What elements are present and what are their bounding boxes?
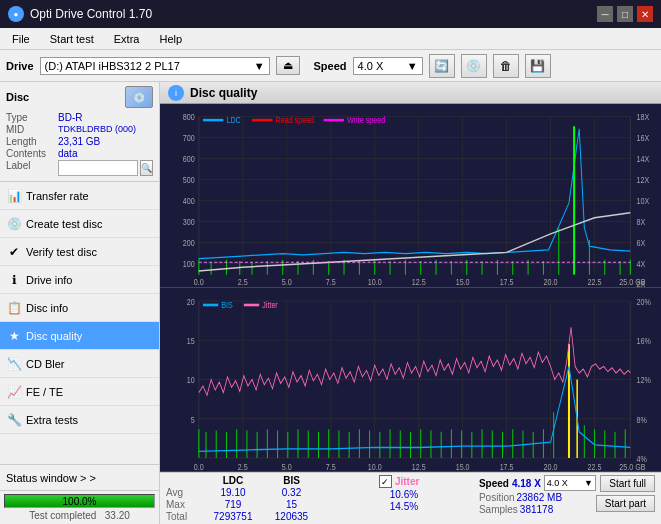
stats-max-row: Max 719 15 xyxy=(166,499,379,510)
sidebar-item-extra-tests[interactable]: 🔧 Extra tests xyxy=(0,406,159,434)
titlebar: ● Opti Drive Control 1.70 ─ □ ✕ xyxy=(0,0,661,28)
svg-text:5.0: 5.0 xyxy=(282,462,292,471)
disc-type-row: Type BD-R xyxy=(6,112,153,123)
disc-quality-icon: ★ xyxy=(6,328,22,344)
svg-text:14X: 14X xyxy=(636,154,649,164)
svg-text:12.5: 12.5 xyxy=(412,462,426,471)
col-header-bis: BIS xyxy=(264,475,319,486)
disc-quality-header-icon: i xyxy=(168,85,184,101)
jitter-checkbox[interactable]: ✓ xyxy=(379,475,392,488)
disc-info-panel: Disc 💿 Type BD-R MID TDKBLDRBD (000) Len… xyxy=(0,82,159,182)
disc-label-input[interactable] xyxy=(58,160,138,176)
sidebar-item-disc-quality[interactable]: ★ Disc quality xyxy=(0,322,159,350)
svg-text:800: 800 xyxy=(183,112,195,122)
drive-toolbar: Drive (D:) ATAPI iHBS312 2 PL17 ▼ ⏏ Spee… xyxy=(0,50,661,82)
menu-extra[interactable]: Extra xyxy=(110,32,144,46)
transfer-rate-icon: 📊 xyxy=(6,188,22,204)
avg-speed: 4.18 X xyxy=(512,478,541,489)
speed-select[interactable]: 4.0 X ▼ xyxy=(353,57,423,75)
app-title: Opti Drive Control 1.70 xyxy=(30,7,152,21)
length-value: 23,31 GB xyxy=(58,136,100,147)
app-logo-icon: ● xyxy=(8,6,24,22)
svg-text:7.5: 7.5 xyxy=(326,277,336,287)
samples-row: Samples 381178 xyxy=(479,504,596,515)
sidebar-label-fe-te: FE / TE xyxy=(26,386,63,398)
svg-text:8X: 8X xyxy=(636,218,645,228)
col-header-ldc: LDC xyxy=(202,475,264,486)
maximize-button[interactable]: □ xyxy=(617,6,633,22)
nav-items: 📊 Transfer rate 💿 Create test disc ✔ Ver… xyxy=(0,182,159,434)
toolbar-refresh-button[interactable]: 🔄 xyxy=(429,54,455,78)
svg-text:15: 15 xyxy=(187,336,195,346)
minimize-button[interactable]: ─ xyxy=(597,6,613,22)
avg-jitter-row: 10.6% xyxy=(379,489,479,500)
sidebar-item-verify-test-disc[interactable]: ✔ Verify test disc xyxy=(0,238,159,266)
start-full-button[interactable]: Start full xyxy=(600,475,655,492)
verify-test-disc-icon: ✔ xyxy=(6,244,22,260)
svg-text:15.0: 15.0 xyxy=(456,277,470,287)
max-label: Max xyxy=(166,499,202,510)
sidebar-item-drive-info[interactable]: ℹ Drive info xyxy=(0,266,159,294)
sidebar-label-transfer-rate: Transfer rate xyxy=(26,190,89,202)
start-part-button[interactable]: Start part xyxy=(596,495,655,512)
sidebar-label-cd-bler: CD Bler xyxy=(26,358,65,370)
drive-info-icon: ℹ xyxy=(6,272,22,288)
svg-text:20%: 20% xyxy=(636,297,650,307)
svg-text:25.0 GB: 25.0 GB xyxy=(619,462,646,471)
disc-contents-row: Contents data xyxy=(6,148,153,159)
speed-select-stats[interactable]: 4.0 X ▼ xyxy=(544,475,596,491)
samples-label: Samples xyxy=(479,504,518,515)
max-ldc: 719 xyxy=(202,499,264,510)
length-label: Length xyxy=(6,136,58,147)
avg-jitter: 10.6% xyxy=(379,489,429,500)
svg-rect-123 xyxy=(244,304,259,307)
menu-start-test[interactable]: Start test xyxy=(46,32,98,46)
svg-text:10.0: 10.0 xyxy=(368,462,382,471)
toolbar-burn-button[interactable]: 💿 xyxy=(461,54,487,78)
svg-rect-52 xyxy=(324,119,344,121)
disc-info-header: Disc 💿 xyxy=(6,86,153,108)
mid-label: MID xyxy=(6,124,58,135)
svg-text:300: 300 xyxy=(183,218,195,228)
close-button[interactable]: ✕ xyxy=(637,6,653,22)
svg-text:16X: 16X xyxy=(636,133,649,143)
avg-bis: 0.32 xyxy=(264,487,319,498)
svg-text:20.0: 20.0 xyxy=(544,277,558,287)
svg-text:700: 700 xyxy=(183,133,195,143)
svg-text:17.5: 17.5 xyxy=(500,462,514,471)
svg-text:10.0: 10.0 xyxy=(368,277,382,287)
svg-text:8%: 8% xyxy=(636,415,646,425)
status-window-button[interactable]: Status window > > xyxy=(0,465,159,491)
label-apply-button[interactable]: 🔍 xyxy=(140,160,153,176)
sidebar-item-create-test-disc[interactable]: 💿 Create test disc xyxy=(0,210,159,238)
svg-rect-48 xyxy=(203,119,223,121)
sidebar-item-fe-te[interactable]: 📈 FE / TE xyxy=(0,378,159,406)
drive-select[interactable]: (D:) ATAPI iHBS312 2 PL17 ▼ xyxy=(40,57,270,75)
stats-avg-row: Avg 19.10 0.32 xyxy=(166,487,379,498)
svg-text:12.5: 12.5 xyxy=(412,277,426,287)
menu-file[interactable]: File xyxy=(8,32,34,46)
svg-text:16%: 16% xyxy=(636,336,650,346)
svg-rect-121 xyxy=(203,304,218,307)
disc-length-row: Length 23,31 GB xyxy=(6,136,153,147)
menu-help[interactable]: Help xyxy=(155,32,186,46)
max-bis: 15 xyxy=(264,499,319,510)
svg-text:600: 600 xyxy=(183,154,195,164)
titlebar-controls: ─ □ ✕ xyxy=(597,6,653,22)
sidebar-item-disc-info[interactable]: 📋 Disc info xyxy=(0,294,159,322)
avg-label: Avg xyxy=(166,487,202,498)
sidebar-item-cd-bler[interactable]: 📉 CD Bler xyxy=(0,350,159,378)
eject-button[interactable]: ⏏ xyxy=(276,56,300,75)
toolbar-erase-button[interactable]: 🗑 xyxy=(493,54,519,78)
svg-text:200: 200 xyxy=(183,239,195,249)
max-jitter: 14.5% xyxy=(379,501,429,512)
total-bis: 120635 xyxy=(264,511,319,522)
sidebar-label-extra-tests: Extra tests xyxy=(26,414,78,426)
start-buttons: Start full Start part xyxy=(596,475,655,512)
disc-info-icon: 📋 xyxy=(6,300,22,316)
disc-quality-title: Disc quality xyxy=(190,86,257,100)
total-ldc: 7293751 xyxy=(202,511,264,522)
toolbar-save-button[interactable]: 💾 xyxy=(525,54,551,78)
disc-panel-title: Disc xyxy=(6,91,29,103)
sidebar-item-transfer-rate[interactable]: 📊 Transfer rate xyxy=(0,182,159,210)
